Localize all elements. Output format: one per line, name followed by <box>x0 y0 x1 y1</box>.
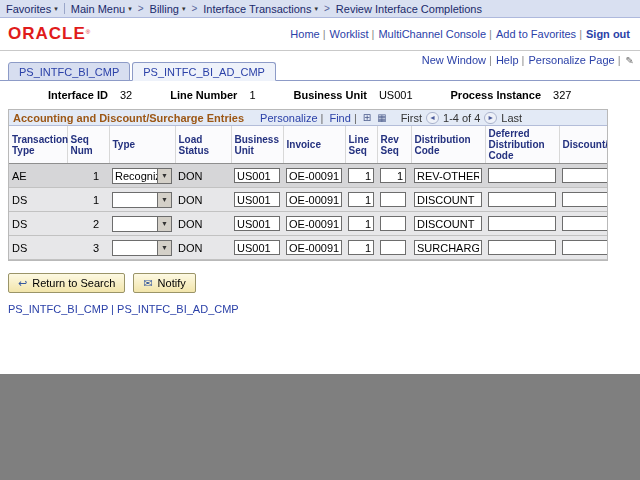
line-seq-input[interactable] <box>348 240 374 255</box>
caret-down-icon: ▾ <box>182 5 186 12</box>
pager-range: 1-4 of 4 <box>443 112 480 124</box>
footer-link-ps-intfc-bi-cmp[interactable]: PS_INTFC_BI_CMP <box>8 303 117 315</box>
col-invoice: Invoice <box>283 126 345 164</box>
rev-seq-input[interactable] <box>380 168 406 183</box>
rev-seq-input[interactable] <box>380 192 406 207</box>
type-select[interactable]: Recogniz ▼ <box>112 168 172 184</box>
type-select[interactable]: ▼ <box>112 240 172 256</box>
find-link[interactable]: Find <box>329 112 356 124</box>
link-personalize-page[interactable]: Personalize Page <box>526 54 622 66</box>
breadcrumb-label: Billing <box>150 3 179 15</box>
breadcrumb-label: Main Menu <box>71 3 125 15</box>
rev-seq-input[interactable] <box>380 216 406 231</box>
grid-header-bar: Accounting and Discount/Surcharge Entrie… <box>9 110 607 126</box>
col-rev-seq: Rev Seq <box>377 126 411 164</box>
distribution-code-input[interactable] <box>414 192 482 207</box>
field-line-number: Line Number 1 <box>170 89 255 101</box>
tab-ps-intfc-bi-cmp[interactable]: PS_INTFC_BI_CMP <box>8 62 130 81</box>
table-row: DS 1 ▼ DON <box>9 188 607 212</box>
col-distribution-code: Distribution Code <box>411 126 485 164</box>
deferred-distribution-code-input[interactable] <box>488 168 556 183</box>
breadcrumb-favorites[interactable]: Favorites ▾ <box>6 3 58 15</box>
cell-rev-seq <box>377 236 411 260</box>
col-load-status: Load Status <box>175 126 231 164</box>
discount-surcharge-level-input[interactable] <box>562 192 607 207</box>
link-help[interactable]: Help <box>494 54 527 66</box>
cell-business-unit <box>231 164 283 188</box>
discount-surcharge-level-input[interactable] <box>562 168 607 183</box>
breadcrumb-interface-transactions[interactable]: Interface Transactions ▾ <box>203 3 318 15</box>
grid-header-row: Transaction Type Seq Num Type Load Statu… <box>9 126 607 164</box>
personalize-link[interactable]: Personalize <box>260 112 323 124</box>
business-unit-input[interactable] <box>234 168 280 183</box>
link-sign-out[interactable]: Sign out <box>584 28 632 40</box>
page-icon[interactable]: ✎ <box>626 55 634 66</box>
cell-type: ▼ <box>109 212 175 236</box>
invoice-input[interactable] <box>286 168 342 183</box>
link-worklist[interactable]: Worklist <box>328 28 377 40</box>
deferred-distribution-code-input[interactable] <box>488 192 556 207</box>
oracle-logo: ORACLE® <box>8 24 90 44</box>
pager-last-icon[interactable]: ► <box>484 112 497 124</box>
cell-invoice <box>283 188 345 212</box>
breadcrumb-separator-icon: > <box>138 3 144 14</box>
line-seq-input[interactable] <box>348 192 374 207</box>
link-new-window[interactable]: New Window <box>420 54 494 66</box>
link-add-to-favorites[interactable]: Add to Favorites <box>494 28 584 40</box>
business-unit-input[interactable] <box>234 240 280 255</box>
pager-first-icon[interactable]: ◄ <box>426 112 439 124</box>
registered-mark: ® <box>86 29 90 35</box>
breadcrumb: Favorites ▾ Main Menu ▾ > Billing ▾ > In… <box>0 0 640 18</box>
type-select[interactable]: ▼ <box>112 192 172 208</box>
expand-grid-icon[interactable]: ⊞ <box>363 113 371 123</box>
invoice-input[interactable] <box>286 216 342 231</box>
discount-surcharge-level-input[interactable] <box>562 216 607 231</box>
distribution-code-input[interactable] <box>414 240 482 255</box>
entries-grid: Accounting and Discount/Surcharge Entrie… <box>8 109 608 261</box>
invoice-input[interactable] <box>286 240 342 255</box>
notify-icon: ✉ <box>143 278 152 289</box>
col-line-seq: Line Seq <box>345 126 377 164</box>
return-to-search-button[interactable]: ↩ Return to Search <box>8 273 125 293</box>
cell-line-seq <box>345 188 377 212</box>
invoice-input[interactable] <box>286 192 342 207</box>
cell-load-status: DON <box>175 212 231 236</box>
col-business-unit: Business Unit <box>231 126 283 164</box>
distribution-code-input[interactable] <box>414 168 482 183</box>
cell-discount-surcharge-level <box>559 236 607 260</box>
cell-load-status: DON <box>175 236 231 260</box>
table-row: AE 1 Recogniz ▼ DON <box>9 164 607 188</box>
download-grid-icon[interactable]: ▦ <box>377 113 386 123</box>
grid-hscroll[interactable]: Transaction Type Seq Num Type Load Statu… <box>9 126 607 260</box>
field-value: US001 <box>379 89 413 101</box>
deferred-distribution-code-input[interactable] <box>488 216 556 231</box>
rev-seq-input[interactable] <box>380 240 406 255</box>
caret-down-icon: ▾ <box>315 5 319 12</box>
breadcrumb-main-menu[interactable]: Main Menu ▾ <box>71 3 132 15</box>
chevron-down-icon: ▼ <box>157 241 171 255</box>
line-seq-input[interactable] <box>348 216 374 231</box>
link-multichannel-console[interactable]: MultiChannel Console <box>376 28 494 40</box>
cell-invoice <box>283 236 345 260</box>
grid-table: Transaction Type Seq Num Type Load Statu… <box>9 126 607 260</box>
breadcrumb-billing[interactable]: Billing ▾ <box>150 3 186 15</box>
breadcrumb-label: Favorites <box>6 3 51 15</box>
breadcrumb-divider <box>64 3 65 14</box>
type-select[interactable]: ▼ <box>112 216 172 232</box>
oracle-logo-text: ORACLE <box>8 24 86 43</box>
notify-button[interactable]: ✉ Notify <box>133 273 195 293</box>
footer-link-ps-intfc-bi-ad-cmp[interactable]: PS_INTFC_BI_AD_CMP <box>117 303 239 315</box>
breadcrumb-current-page: Review Interface Completions <box>336 3 482 15</box>
cell-transaction-type: AE <box>9 164 67 188</box>
line-seq-input[interactable] <box>348 168 374 183</box>
link-home[interactable]: Home <box>288 28 327 40</box>
breadcrumb-label: Interface Transactions <box>203 3 311 15</box>
business-unit-input[interactable] <box>234 192 280 207</box>
deferred-distribution-code-input[interactable] <box>488 240 556 255</box>
action-buttons: ↩ Return to Search ✉ Notify <box>8 273 640 293</box>
type-select-value: Recogniz <box>113 170 157 182</box>
business-unit-input[interactable] <box>234 216 280 231</box>
tab-ps-intfc-bi-ad-cmp[interactable]: PS_INTFC_BI_AD_CMP <box>132 62 276 81</box>
distribution-code-input[interactable] <box>414 216 482 231</box>
discount-surcharge-level-input[interactable] <box>562 240 607 255</box>
